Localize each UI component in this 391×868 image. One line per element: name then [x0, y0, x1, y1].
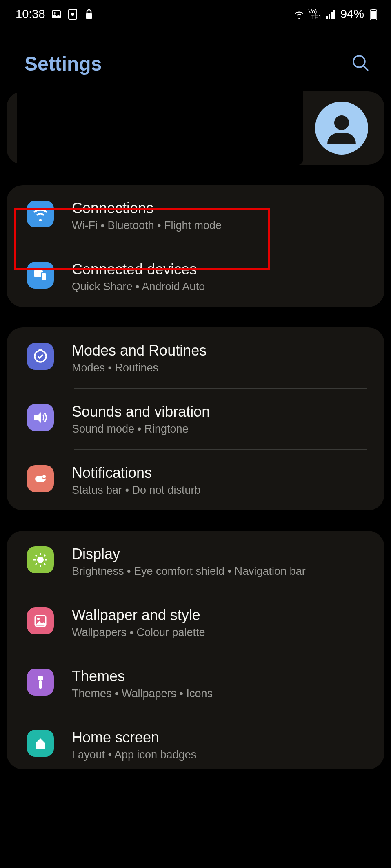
setting-subtitle: Brightness • Eye comfort shield • Naviga… [72, 565, 367, 578]
setting-title: Home screen [72, 729, 367, 746]
svg-rect-5 [326, 16, 328, 19]
signal-icon [326, 9, 336, 20]
svg-point-19 [42, 475, 46, 479]
svg-rect-7 [331, 12, 333, 19]
setting-title: Notifications [72, 464, 367, 481]
svg-rect-16 [41, 273, 46, 281]
svg-line-13 [364, 66, 368, 71]
account-card[interactable] [7, 91, 384, 165]
page-title: Settings [24, 53, 102, 75]
svg-point-20 [37, 557, 44, 563]
svg-rect-6 [329, 14, 330, 19]
wifi-settings-icon [27, 201, 54, 227]
setting-connected-devices[interactable]: Connected devices Quick Share • Android … [7, 246, 384, 307]
setting-wallpaper-style[interactable]: Wallpaper and style Wallpapers • Colour … [7, 592, 384, 653]
themes-icon [27, 669, 54, 696]
setting-title: Connections [72, 200, 367, 217]
setting-subtitle: Wallpapers • Colour palette [72, 626, 367, 639]
setting-notifications[interactable]: Notifications Status bar • Do not distur… [7, 450, 384, 510]
battery-icon [368, 9, 379, 20]
setting-subtitle: Layout • App icon badges [72, 749, 367, 761]
routines-icon [27, 343, 54, 370]
setting-title: Themes [72, 668, 367, 685]
settings-header: Settings [0, 28, 391, 91]
svg-point-30 [37, 618, 40, 620]
svg-line-26 [44, 563, 45, 565]
setting-themes[interactable]: Themes Themes • Wallpapers • Icons [7, 653, 384, 714]
setting-subtitle: Quick Share • Android Auto [72, 280, 367, 293]
wallpaper-icon [27, 607, 54, 634]
svg-rect-4 [86, 13, 92, 19]
gallery-icon [51, 9, 62, 20]
display-icon [27, 546, 54, 573]
svg-point-3 [71, 13, 74, 16]
svg-line-27 [36, 563, 37, 565]
svg-line-25 [36, 555, 37, 556]
setting-title: Sounds and vibration [72, 403, 367, 420]
setting-display[interactable]: Display Brightness • Eye comfort shield … [7, 531, 384, 592]
setting-subtitle: Sound mode • Ringtone [72, 423, 367, 435]
setting-subtitle: Modes • Routines [72, 362, 367, 374]
sound-icon [27, 404, 54, 431]
settings-group-3: Display Brightness • Eye comfort shield … [7, 531, 384, 769]
avatar[interactable] [315, 102, 368, 155]
lock-icon [84, 9, 94, 20]
svg-point-1 [54, 12, 56, 14]
battery-percent: 94% [340, 7, 364, 21]
setting-subtitle: Wi-Fi • Bluetooth • Flight mode [72, 219, 367, 232]
search-button[interactable] [351, 53, 371, 75]
setting-subtitle: Themes • Wallpapers • Icons [72, 687, 367, 700]
network-label: Vo)LTE1 [309, 9, 322, 20]
status-bar: 10:38 Vo)LTE1 94% [0, 0, 391, 28]
svg-point-14 [334, 115, 349, 130]
svg-rect-31 [38, 676, 43, 680]
svg-line-28 [44, 555, 45, 556]
settings-group-2: Modes and Routines Modes • Routines Soun… [7, 327, 384, 510]
home-icon [27, 730, 54, 757]
setting-connections[interactable]: Connections Wi-Fi • Bluetooth • Flight m… [7, 185, 384, 246]
setting-title: Wallpaper and style [72, 607, 367, 624]
setting-home-screen[interactable]: Home screen Layout • App icon badges [7, 714, 384, 769]
svg-rect-11 [371, 11, 376, 19]
setting-subtitle: Status bar • Do not disturb [72, 484, 367, 497]
svg-rect-32 [39, 680, 42, 689]
setting-modes-routines[interactable]: Modes and Routines Modes • Routines [7, 327, 384, 388]
notifications-icon [27, 465, 54, 492]
svg-rect-8 [333, 10, 335, 19]
setting-title: Display [72, 546, 367, 563]
media-icon [67, 9, 78, 20]
svg-point-12 [353, 56, 365, 67]
setting-title: Modes and Routines [72, 342, 367, 359]
settings-group-1: Connections Wi-Fi • Bluetooth • Flight m… [7, 185, 384, 307]
status-time: 10:38 [16, 7, 45, 21]
setting-title: Connected devices [72, 261, 367, 278]
wifi-icon [294, 9, 304, 20]
devices-icon [27, 262, 54, 289]
setting-sounds-vibration[interactable]: Sounds and vibration Sound mode • Ringto… [7, 389, 384, 449]
